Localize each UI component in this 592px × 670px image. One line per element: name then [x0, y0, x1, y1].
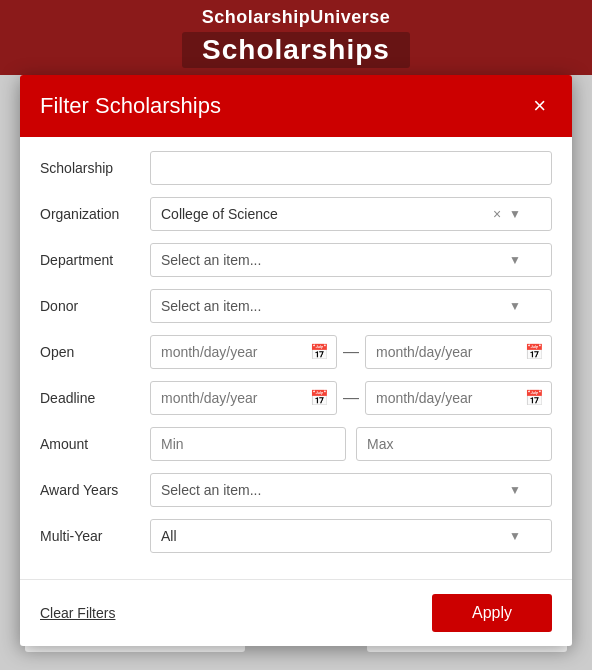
close-button[interactable]: ×: [527, 93, 552, 119]
amount-max-input[interactable]: [356, 427, 552, 461]
multi-year-dropdown[interactable]: All ▼: [150, 519, 552, 553]
organization-select-wrap: College of Science × ▼: [150, 197, 552, 231]
award-years-select-display[interactable]: Select an item... ▼: [150, 473, 552, 507]
amount-min-input[interactable]: [150, 427, 346, 461]
organization-row: Organization College of Science × ▼: [40, 197, 552, 231]
multi-year-chevron-icon: ▼: [509, 529, 521, 543]
apply-button[interactable]: Apply: [432, 594, 552, 632]
award-years-row: Award Years Select an item... ▼: [40, 473, 552, 507]
donor-select-display[interactable]: Select an item... ▼: [150, 289, 552, 323]
scholarship-row: Scholarship: [40, 151, 552, 185]
deadline-end-calendar-icon[interactable]: 📅: [525, 389, 544, 407]
amount-inputs-wrap: [150, 427, 552, 461]
deadline-label: Deadline: [40, 390, 150, 406]
filter-modal: Filter Scholarships × Scholarship Organi…: [20, 75, 572, 646]
donor-row: Donor Select an item... ▼: [40, 289, 552, 323]
department-select-wrap: Select an item... ▼: [150, 243, 552, 277]
department-label: Department: [40, 252, 150, 268]
scholarship-input-wrap: [150, 151, 552, 185]
department-select-display[interactable]: Select an item... ▼: [150, 243, 552, 277]
modal-title: Filter Scholarships: [40, 93, 221, 119]
open-label: Open: [40, 344, 150, 360]
deadline-row: Deadline 📅 — 📅: [40, 381, 552, 415]
donor-select-wrap: Select an item... ▼: [150, 289, 552, 323]
award-years-select-wrap: Select an item... ▼: [150, 473, 552, 507]
scholarship-input[interactable]: [150, 151, 552, 185]
modal-footer: Clear Filters Apply: [20, 579, 572, 646]
multi-year-select-wrap: All ▼: [150, 519, 552, 553]
open-end-input[interactable]: [365, 335, 552, 369]
deadline-start-calendar-icon[interactable]: 📅: [310, 389, 329, 407]
multi-year-label: Multi-Year: [40, 528, 150, 544]
deadline-date-range: 📅 — 📅: [150, 381, 552, 415]
open-end-calendar-icon[interactable]: 📅: [525, 343, 544, 361]
open-start-input[interactable]: [150, 335, 337, 369]
scholarship-label: Scholarship: [40, 160, 150, 176]
open-end-wrap: 📅: [365, 335, 552, 369]
open-row: Open 📅 — 📅: [40, 335, 552, 369]
deadline-dash: —: [343, 389, 359, 407]
organization-clear-icon[interactable]: ×: [493, 206, 501, 222]
clear-filters-button[interactable]: Clear Filters: [40, 605, 115, 621]
department-row: Department Select an item... ▼: [40, 243, 552, 277]
open-date-range: 📅 — 📅: [150, 335, 552, 369]
organization-select-display[interactable]: College of Science × ▼: [150, 197, 552, 231]
open-start-wrap: 📅: [150, 335, 337, 369]
background-header: ScholarshipUniverse Scholarships: [0, 0, 592, 75]
app-subtitle: Scholarships: [182, 32, 410, 68]
open-dash: —: [343, 343, 359, 361]
donor-label: Donor: [40, 298, 150, 314]
department-chevron-icon: ▼: [509, 253, 521, 267]
amount-row: Amount: [40, 427, 552, 461]
amount-label: Amount: [40, 436, 150, 452]
award-years-chevron-icon: ▼: [509, 483, 521, 497]
open-start-calendar-icon[interactable]: 📅: [310, 343, 329, 361]
multi-year-row: Multi-Year All ▼: [40, 519, 552, 553]
modal-header: Filter Scholarships ×: [20, 75, 572, 137]
deadline-start-input[interactable]: [150, 381, 337, 415]
deadline-end-input[interactable]: [365, 381, 552, 415]
organization-label: Organization: [40, 206, 150, 222]
organization-chevron-icon: ▼: [509, 207, 521, 221]
app-title: ScholarshipUniverse: [202, 7, 391, 28]
department-dropdown[interactable]: Select an item... ▼: [150, 243, 552, 277]
donor-dropdown[interactable]: Select an item... ▼: [150, 289, 552, 323]
award-years-label: Award Years: [40, 482, 150, 498]
deadline-end-wrap: 📅: [365, 381, 552, 415]
multi-year-select-display[interactable]: All ▼: [150, 519, 552, 553]
deadline-start-wrap: 📅: [150, 381, 337, 415]
award-years-dropdown[interactable]: Select an item... ▼: [150, 473, 552, 507]
organization-dropdown[interactable]: College of Science × ▼: [150, 197, 552, 231]
modal-body: Scholarship Organization College of Scie…: [20, 137, 572, 579]
donor-chevron-icon: ▼: [509, 299, 521, 313]
